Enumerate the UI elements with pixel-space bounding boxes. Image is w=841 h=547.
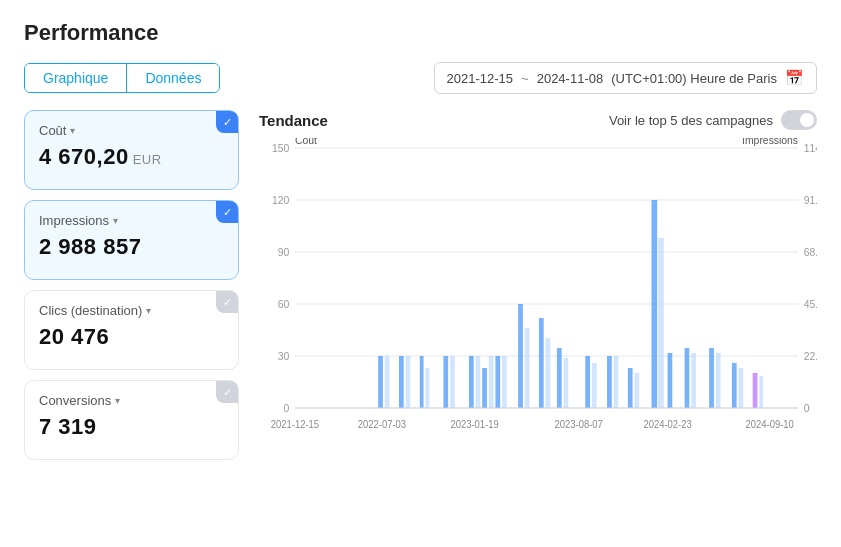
svg-rect-35 — [525, 328, 530, 408]
top5-toggle-switch[interactable] — [781, 110, 817, 130]
svg-rect-38 — [557, 348, 562, 408]
svg-rect-27 — [450, 356, 455, 408]
date-end: 2024-11-08 — [537, 71, 604, 86]
svg-text:120: 120 — [272, 194, 289, 206]
svg-rect-41 — [592, 363, 597, 408]
svg-text:Coût: Coût — [295, 138, 317, 146]
svg-rect-26 — [443, 356, 448, 408]
top5-label: Voir le top 5 des campagnes — [609, 113, 773, 128]
chevron-icon-clics: ▾ — [146, 305, 151, 316]
chevron-icon-conversions: ▾ — [115, 395, 120, 406]
selected-badge-cout: ✓ — [216, 111, 238, 133]
svg-rect-24 — [420, 356, 424, 408]
svg-rect-46 — [651, 200, 657, 408]
svg-text:150: 150 — [272, 142, 289, 154]
svg-rect-23 — [406, 356, 411, 408]
svg-text:60: 60 — [278, 298, 290, 310]
svg-rect-47 — [658, 238, 664, 408]
tab-graphique[interactable]: Graphique — [25, 64, 127, 92]
svg-rect-32 — [495, 356, 500, 408]
svg-rect-36 — [539, 318, 544, 408]
metric-label-conversions: Conversions ▾ — [39, 393, 224, 408]
svg-rect-39 — [564, 358, 569, 408]
svg-text:22.8K: 22.8K — [804, 350, 817, 362]
svg-text:90: 90 — [278, 246, 290, 258]
date-start: 2021-12-15 — [447, 71, 514, 86]
top5-toggle-group[interactable]: Voir le top 5 des campagnes — [609, 110, 817, 130]
svg-rect-30 — [482, 368, 487, 408]
tab-group: Graphique Données — [24, 63, 220, 93]
metric-value-cout: 4 670,20EUR — [39, 144, 224, 170]
chart-title: Tendance — [259, 112, 328, 129]
selected-badge-impressions: ✓ — [216, 201, 238, 223]
svg-rect-51 — [709, 348, 714, 408]
svg-rect-21 — [385, 356, 390, 408]
svg-rect-28 — [469, 356, 474, 408]
selected-badge-clics: ✓ — [216, 291, 238, 313]
metric-label-clics: Clics (destination) ▾ — [39, 303, 224, 318]
calendar-icon: 📅 — [785, 69, 804, 87]
timezone-label: (UTC+01:00) Heure de Paris — [611, 71, 777, 86]
metric-card-clics[interactable]: ✓ Clics (destination) ▾ 20 476 — [24, 290, 239, 370]
metric-value-clics: 20 476 — [39, 324, 224, 350]
svg-rect-34 — [518, 304, 523, 408]
svg-text:45.6K: 45.6K — [804, 298, 817, 310]
svg-text:Impressions: Impressions — [742, 138, 798, 146]
metric-card-impressions[interactable]: ✓ Impressions ▾ 2 988 857 — [24, 200, 239, 280]
svg-rect-29 — [476, 356, 481, 408]
selected-badge-conversions: ✓ — [216, 381, 238, 403]
svg-rect-55 — [753, 373, 758, 408]
svg-text:2022-07-03: 2022-07-03 — [358, 419, 406, 430]
chevron-icon-cout: ▾ — [70, 125, 75, 136]
date-separator: ~ — [521, 71, 529, 86]
svg-rect-22 — [399, 356, 404, 408]
svg-text:2023-08-07: 2023-08-07 — [555, 419, 603, 430]
toolbar: Graphique Données 2021-12-15 ~ 2024-11-0… — [24, 62, 817, 94]
svg-rect-45 — [634, 373, 639, 408]
svg-text:2023-01-19: 2023-01-19 — [450, 419, 498, 430]
svg-rect-37 — [546, 338, 551, 408]
chart-header: Tendance Voir le top 5 des campagnes — [259, 110, 817, 130]
svg-text:2024-02-23: 2024-02-23 — [643, 419, 691, 430]
chart-area: 150 120 90 60 30 0 114K 91.2K 68.4K 45.6… — [259, 138, 817, 458]
svg-rect-56 — [759, 376, 763, 408]
svg-rect-42 — [607, 356, 612, 408]
svg-text:68.4K: 68.4K — [804, 246, 817, 258]
svg-rect-50 — [691, 353, 696, 408]
date-range-picker[interactable]: 2021-12-15 ~ 2024-11-08 (UTC+01:00) Heur… — [434, 62, 817, 94]
svg-rect-43 — [614, 356, 619, 408]
svg-text:30: 30 — [278, 350, 290, 362]
svg-text:2021-12-15: 2021-12-15 — [271, 419, 319, 430]
tab-donnees[interactable]: Données — [127, 64, 219, 92]
chevron-icon-impressions: ▾ — [113, 215, 118, 226]
svg-rect-44 — [628, 368, 633, 408]
metric-card-conversions[interactable]: ✓ Conversions ▾ 7 319 — [24, 380, 239, 460]
svg-text:91.2K: 91.2K — [804, 194, 817, 206]
metric-value-impressions: 2 988 857 — [39, 234, 224, 260]
svg-rect-31 — [489, 356, 494, 408]
svg-rect-53 — [732, 363, 737, 408]
svg-rect-52 — [716, 353, 721, 408]
svg-rect-20 — [378, 356, 383, 408]
metric-label-impressions: Impressions ▾ — [39, 213, 224, 228]
svg-rect-33 — [502, 356, 507, 408]
chart-panel: Tendance Voir le top 5 des campagnes 150… — [239, 110, 817, 460]
metric-value-conversions: 7 319 — [39, 414, 224, 440]
svg-rect-49 — [685, 348, 690, 408]
svg-text:0: 0 — [804, 402, 810, 414]
main-content: ✓ Coût ▾ 4 670,20EUR ✓ Impressions ▾ 2 9… — [24, 110, 817, 460]
svg-text:2024-09-10: 2024-09-10 — [746, 419, 795, 430]
metric-label-cout: Coût ▾ — [39, 123, 224, 138]
svg-rect-25 — [425, 368, 429, 408]
svg-rect-40 — [585, 356, 590, 408]
svg-rect-48 — [668, 353, 673, 408]
svg-rect-54 — [739, 368, 744, 408]
page-title: Performance — [24, 20, 817, 46]
metric-card-cout[interactable]: ✓ Coût ▾ 4 670,20EUR — [24, 110, 239, 190]
metrics-panel: ✓ Coût ▾ 4 670,20EUR ✓ Impressions ▾ 2 9… — [24, 110, 239, 460]
svg-text:114K: 114K — [804, 142, 817, 154]
svg-text:0: 0 — [283, 402, 289, 414]
